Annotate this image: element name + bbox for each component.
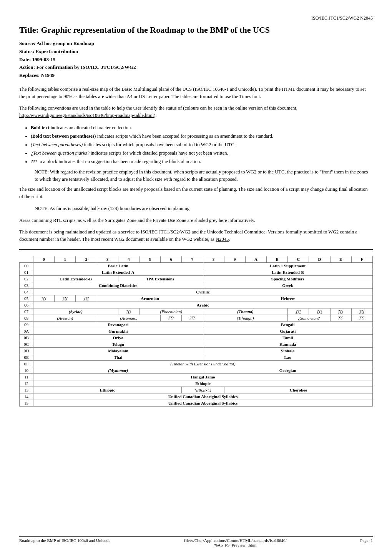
- table-cell: Telugu: [33, 341, 203, 347]
- table-row: 08(Avestan)(Aramaic)??????(Tifinagh)¿Sam…: [20, 315, 373, 321]
- table-cell: ???: [309, 308, 330, 315]
- table-row: 0BOriyaTamil: [20, 334, 373, 341]
- footer-center: file:///Chur/Applications/Comm/HTML/stan…: [110, 538, 360, 547]
- row-label: 07: [20, 308, 33, 315]
- table-row: 0EThaiLao: [20, 354, 373, 360]
- table-cell: ???: [76, 295, 97, 302]
- row-label: 15: [20, 400, 33, 406]
- table-cell: Malayalam: [33, 347, 203, 354]
- convention-bold-paren: (Bold text between parentheses) indicate…: [31, 132, 373, 140]
- table-row: 0DMalayalamSinhala: [20, 347, 373, 354]
- table-row: 00Basic LatinLatin 1 Supplement: [20, 262, 373, 269]
- table-row: 09DevanagariBengali: [20, 321, 373, 328]
- table-cell: Latin Extended-B: [33, 275, 118, 282]
- table-header-row: 0 1 2 3 4 5 6 7 8 9 A B C D E F: [20, 256, 373, 262]
- table-cell: Latin Extended-B: [203, 269, 373, 275]
- table-cell: (Aramaic): [97, 315, 161, 321]
- table-cell: Unified Canadian Aboriginal Syllabics: [33, 400, 373, 406]
- page-title: Title: Graphic representation of the Roa…: [19, 25, 373, 35]
- table-cell: Arabic: [33, 302, 373, 308]
- table-row: 11Hangul Jamo: [20, 373, 373, 380]
- table-cell: Latin 1 Supplement: [203, 262, 373, 269]
- table-row: 13Ethiopic(Eth.Ext.)Cherokee: [20, 387, 373, 393]
- convention-question-marks: ¿Text beween question marks? indicates s…: [31, 149, 373, 157]
- meta-replaces: Replaces: N1949: [19, 72, 373, 80]
- divider: [19, 249, 373, 250]
- table-cell: ???: [330, 315, 351, 321]
- table-cell: ???: [55, 295, 76, 302]
- convention-qqq: ??? in a block indicates that no suggest…: [31, 158, 373, 165]
- row-label: 11: [20, 373, 33, 380]
- footer-right: Page: 1: [360, 538, 373, 547]
- col-header-E: E: [330, 256, 351, 262]
- footer-left: Roadmap to the BMP of ISO/IEC 10646 and …: [19, 538, 110, 547]
- row-label: 08: [20, 315, 33, 321]
- table-row: 02Latin Extended-BIPA ExtensionsSpacing …: [20, 275, 373, 282]
- meta-action: Action: For confirmation by ISO/IEC JTC1…: [19, 63, 373, 72]
- table-cell: (Myanmar): [33, 367, 203, 373]
- table-cell: Georgian: [203, 367, 373, 373]
- table-row: 03Combining DiacriticsGreek: [20, 282, 373, 288]
- table-row: 0F(Tibetan with Extensions under ballot): [20, 360, 373, 367]
- row-label: 12: [20, 380, 33, 387]
- table-row: 07(Syriac)???(Phoenician)(Thaana)???????…: [20, 308, 373, 315]
- table-cell: Tamil: [203, 334, 373, 341]
- note-2: NOTE: As far as is possible, half-row (1…: [35, 205, 373, 212]
- table-cell: IPA Extensions: [118, 275, 203, 282]
- row-label: 13: [20, 387, 33, 393]
- table-cell: Basic Latin: [33, 262, 203, 269]
- col-header-1: 1: [55, 256, 76, 262]
- table-cell: Bengali: [203, 321, 373, 328]
- col-header-D: D: [309, 256, 330, 262]
- table-cell: (Eth.Ext.): [182, 387, 224, 393]
- table-cell: Ethiopic: [33, 380, 373, 387]
- conventions-list: Bold text indicates an allocated charact…: [31, 124, 373, 165]
- para-3: Areas containing RTL scripts, as well as…: [19, 217, 373, 224]
- table-cell: (Tifinagh): [203, 315, 288, 321]
- row-label: 06: [20, 302, 33, 308]
- row-label: 0E: [20, 354, 33, 360]
- col-header-8: 8: [203, 256, 224, 262]
- row-label: 02: [20, 275, 33, 282]
- table-cell: Latin Extended-A: [33, 269, 203, 275]
- table-cell: (Tibetan with Extensions under ballot): [33, 360, 373, 367]
- row-label: 0D: [20, 347, 33, 354]
- table-row: 04Cyrillic: [20, 288, 373, 295]
- doc-reference: ISO/IEC JTC1/SC2/WG2 N2045: [19, 15, 373, 21]
- table-row: 0AGurmukhiGujarati: [20, 328, 373, 334]
- table-row: 06Arabic: [20, 302, 373, 308]
- col-header-F: F: [351, 256, 372, 262]
- convention-bold: Bold text indicates an allocated charact…: [31, 124, 373, 132]
- col-header-3: 3: [97, 256, 118, 262]
- col-header-6: 6: [161, 256, 182, 262]
- col-header-4: 4: [118, 256, 139, 262]
- table-cell: ???: [330, 308, 351, 315]
- table-row: 10(Myanmar)Georgian: [20, 367, 373, 373]
- row-label: 0A: [20, 328, 33, 334]
- row-label: 0C: [20, 341, 33, 347]
- table-cell: ¿Samaritan?: [288, 315, 330, 321]
- table-cell: Armenian: [97, 295, 203, 302]
- para-2: The size and location of the unallocated…: [19, 186, 373, 200]
- table-cell: ???: [161, 315, 182, 321]
- col-header-7: 7: [182, 256, 203, 262]
- row-label: 00: [20, 262, 33, 269]
- table-cell: (Phoenician): [139, 308, 203, 315]
- n2045-link[interactable]: N2045: [216, 237, 229, 242]
- table-cell: Hebrew: [203, 295, 373, 302]
- table-cell: ???: [118, 308, 139, 315]
- roadmap-link[interactable]: http://www.indigo.ie/egt/standards/iso10…: [19, 113, 154, 118]
- row-label: 14: [20, 393, 33, 400]
- col-header-2: 2: [76, 256, 97, 262]
- table-row: 14Unified Canadian Aboriginal Syllabics: [20, 393, 373, 400]
- table-row: 12Ethiopic: [20, 380, 373, 387]
- row-label: 04: [20, 288, 33, 295]
- table-cell: ???: [288, 308, 309, 315]
- meta-source: Source: Ad hoc group on Roadmap: [19, 40, 373, 48]
- convention-italic-paren: (Text between parentheses) indicates scr…: [31, 141, 373, 148]
- table-cell: (Avestan): [33, 315, 97, 321]
- col-header-B: B: [267, 256, 288, 262]
- row-label: 09: [20, 321, 33, 328]
- table-cell: Unified Canadian Aboriginal Syllabics: [33, 393, 373, 400]
- table-cell: ???: [33, 295, 55, 302]
